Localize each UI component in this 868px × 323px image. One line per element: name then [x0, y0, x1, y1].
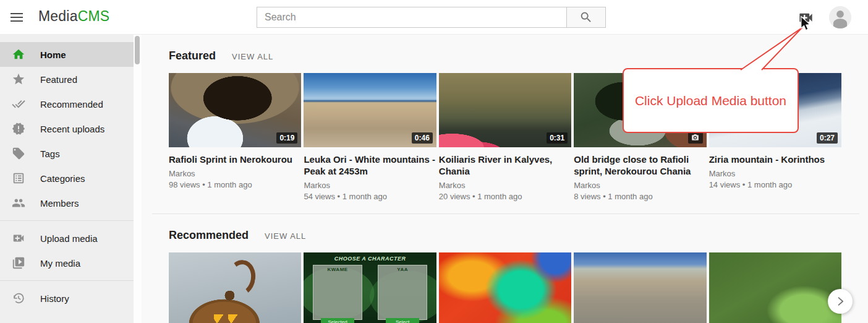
user-avatar[interactable]	[829, 6, 851, 28]
video-thumbnail[interactable]: 0:46	[304, 73, 436, 147]
video-thumbnail[interactable]	[574, 73, 706, 147]
sidebar-item-tags[interactable]: Tags	[0, 141, 134, 166]
thumbnail-overlay-button: Selected	[321, 318, 354, 323]
sidebar-item-recommended[interactable]: Recommended	[0, 92, 134, 116]
app-logo[interactable]: MediaCMS	[38, 8, 109, 25]
star-icon	[12, 72, 25, 86]
video-call-icon	[12, 231, 25, 245]
duration-badge: 0:27	[817, 132, 838, 144]
sidebar-item-label: Upload media	[40, 233, 98, 244]
video-title[interactable]: Koiliaris River in Kalyves, Chania	[439, 153, 571, 177]
media-card[interactable]: CHOOSE A CHARACTERKWAMEYAASelectedSelect	[304, 252, 436, 323]
video-thumbnail[interactable]	[709, 252, 841, 323]
image-type-badge	[688, 132, 703, 144]
recommended-section: Recommended VIEW ALL CHOOSE A CHARACTERK…	[142, 229, 868, 323]
media-card[interactable]	[574, 252, 706, 323]
done-all-icon	[12, 97, 25, 111]
main-content: Featured VIEW ALL 0:19Rafioli Sprint in …	[142, 35, 868, 323]
chevron-right-icon	[834, 295, 846, 308]
people-icon	[12, 196, 25, 210]
video-thumbnail[interactable]: CHOOSE A CHARACTERKWAMEYAASelectedSelect	[304, 252, 436, 323]
hamburger-menu-icon[interactable]	[9, 10, 25, 25]
logo-cms: CMS	[78, 8, 110, 24]
list-alt-icon	[12, 171, 25, 185]
video-author[interactable]: Markos	[304, 181, 436, 190]
upload-media-button[interactable]	[797, 9, 814, 25]
sidebar-item-label: Members	[40, 198, 79, 209]
video-meta: 14 views • 1 month ago	[709, 180, 841, 189]
video-title[interactable]: Leuka Ori - White mountains - Peak at 24…	[304, 153, 436, 177]
featured-section: Featured VIEW ALL 0:19Rafioli Sprint in …	[142, 50, 868, 201]
sidebar-item-label: History	[40, 293, 69, 304]
video-thumbnail[interactable]: 0:19	[169, 73, 301, 147]
video-thumbnail[interactable]	[574, 252, 706, 323]
video-title[interactable]: Ziria mountain - Korinthos	[709, 153, 841, 165]
view-all-link[interactable]: VIEW ALL	[265, 231, 306, 241]
section-title: Featured	[169, 50, 216, 62]
video-author[interactable]: Markos	[169, 169, 301, 178]
video-thumbnail[interactable]	[439, 252, 571, 323]
sidebar-item-history[interactable]: History	[0, 286, 134, 311]
media-card[interactable]	[169, 252, 301, 323]
upload-media-icon	[798, 9, 814, 26]
video-thumbnail[interactable]: 0:31	[439, 73, 571, 147]
sidebar-item-categories[interactable]: Categories	[0, 166, 134, 191]
view-all-link[interactable]: VIEW ALL	[232, 52, 273, 61]
sidebar-item-recent-uploads[interactable]: Recent uploads	[0, 116, 134, 141]
search-input[interactable]	[257, 7, 566, 27]
carousel-next-button[interactable]	[828, 289, 853, 314]
duration-badge: 0:31	[547, 132, 568, 144]
sidebar-item-my-media[interactable]: My media	[0, 251, 134, 275]
sidebar-item-label: Tags	[40, 149, 60, 159]
video-thumbnail[interactable]	[169, 252, 301, 323]
thumbnail-overlay-title: CHOOSE A CHARACTER	[334, 256, 406, 262]
video-meta: 54 views • 1 month ago	[304, 192, 436, 201]
section-divider	[152, 213, 859, 214]
history-icon	[12, 291, 25, 305]
sidebar-item-label: Home	[40, 50, 66, 60]
video-author[interactable]: Markos	[574, 181, 706, 190]
thumbnail-overlay-button: Select	[386, 318, 419, 323]
thumbnail-overlay-panel: YAA	[378, 265, 427, 320]
media-card[interactable]: 0:31Koiliaris River in Kalyves, ChaniaMa…	[439, 73, 571, 201]
top-bar: MediaCMS	[0, 0, 868, 35]
section-header: Featured VIEW ALL	[169, 50, 868, 62]
video-meta: 8 views • 1 month ago	[574, 192, 706, 201]
media-card[interactable]	[439, 252, 571, 323]
video-author[interactable]: Markos	[709, 169, 841, 178]
sidebar-item-label: Recommended	[40, 99, 103, 110]
home-icon	[12, 48, 25, 61]
section-header: Recommended VIEW ALL	[169, 229, 868, 242]
section-title: Recommended	[169, 229, 249, 242]
sidebar-divider	[0, 280, 134, 281]
sidebar-item-home[interactable]: Home	[0, 42, 134, 67]
media-card[interactable]: 0:27Ziria mountain - KorinthosMarkos14 v…	[709, 73, 841, 201]
media-card[interactable]: Old bridge close to Rafioli sprint, Nero…	[574, 73, 706, 201]
new-releases-icon	[12, 122, 25, 136]
featured-card-row: 0:19Rafioli Sprint in NerokourouMarkos98…	[169, 73, 841, 201]
sidebar-item-members[interactable]: Members	[0, 191, 134, 215]
search-button[interactable]	[566, 7, 605, 27]
media-card[interactable]: 0:19Rafioli Sprint in NerokourouMarkos98…	[169, 73, 301, 201]
sidebar: Home Featured Recommended Recent uploads…	[0, 35, 134, 323]
sidebar-item-label: Categories	[40, 173, 85, 184]
sidebar-scrollbar[interactable]	[134, 35, 142, 323]
thumbnail-overlay-panel: KWAME	[313, 265, 362, 320]
video-title[interactable]: Old bridge close to Rafioli sprint, Nero…	[574, 153, 706, 177]
duration-badge: 0:19	[276, 132, 297, 144]
media-card[interactable]: 0:46Leuka Ori - White mountains - Peak a…	[304, 73, 436, 201]
media-card[interactable]	[709, 252, 841, 323]
video-author[interactable]: Markos	[439, 181, 571, 190]
video-meta: 98 views • 1 month ago	[169, 180, 301, 189]
scrollbar-thumb[interactable]	[135, 36, 140, 64]
person-icon	[829, 6, 851, 28]
video-thumbnail[interactable]: 0:27	[709, 73, 841, 147]
video-title[interactable]: Rafioli Sprint in Nerokourou	[169, 153, 301, 165]
sidebar-item-featured[interactable]: Featured	[0, 67, 134, 92]
sidebar-divider	[0, 220, 134, 221]
logo-media: Media	[38, 8, 78, 24]
tag-icon	[12, 147, 25, 160]
search-bar	[257, 7, 606, 28]
sidebar-item-upload-media[interactable]: Upload media	[0, 226, 134, 251]
recommended-card-row: CHOOSE A CHARACTERKWAMEYAASelectedSelect	[169, 252, 841, 323]
